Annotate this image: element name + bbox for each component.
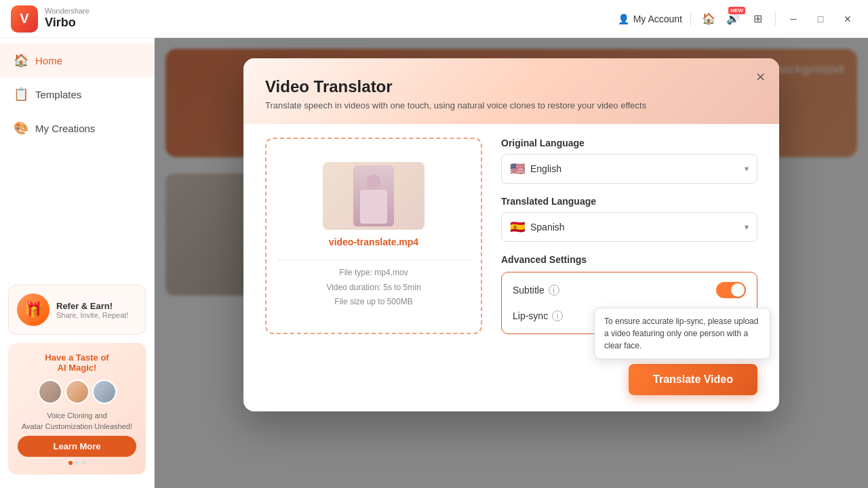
app-body: 🏠 Home 📋 Templates 🎨 My Creations 🎁 Refe… [0, 38, 868, 488]
dot-2 [75, 461, 79, 465]
home-icon-btn[interactable]: 🏠 [699, 9, 718, 28]
ai-magic-heading: Have a Taste of AI Magic! [45, 352, 108, 373]
grid-icon-btn[interactable]: ⊞ [748, 9, 767, 28]
sidebar: 🏠 Home 📋 Templates 🎨 My Creations 🎁 Refe… [0, 38, 155, 488]
refer-subtitle: Share, Invite, Repeat! [56, 311, 128, 319]
logo-icon: V [11, 5, 38, 33]
upload-divider [277, 260, 470, 260]
original-flag: 🇺🇸 [510, 161, 525, 176]
modal-subtitle: Translate speech in videos with one touc… [265, 100, 757, 110]
duration-info: Video duration: 5s to 5min [326, 281, 420, 296]
creations-sidebar-icon: 🎨 [14, 121, 28, 136]
subtitle-info-icon[interactable]: i [549, 285, 559, 296]
sidebar-templates-label: Templates [35, 89, 81, 100]
dots-indicator [68, 461, 86, 465]
divider2 [775, 12, 776, 26]
ai-avatar-2 [65, 380, 90, 404]
subtitle-text: Subtitle [513, 285, 545, 296]
advanced-settings-box: Subtitle i Lip-sync i [501, 272, 757, 334]
original-language-label: Original Language [501, 138, 757, 148]
translated-language-text: Spanish [530, 222, 565, 232]
templates-sidebar-icon: 📋 [14, 87, 28, 102]
sidebar-item-templates[interactable]: 📋 Templates [0, 77, 154, 111]
translated-language-value: 🇪🇸 Spanish [510, 220, 565, 235]
modal-header: Video Translator Translate speech in vid… [243, 58, 779, 124]
home-sidebar-icon: 🏠 [14, 53, 28, 68]
video-preview [323, 162, 425, 230]
modal-overlay: Video Translator Translate speech in vid… [155, 38, 868, 488]
subtitle-toggle[interactable] [716, 282, 746, 298]
translated-chevron-icon: ▾ [745, 222, 749, 232]
learn-more-button[interactable]: Learn More [18, 436, 136, 457]
original-language-text: English [530, 163, 561, 174]
upload-panel[interactable]: video-translate.mp4 File type: mp4,mov V… [265, 138, 482, 334]
dot-3 [82, 461, 86, 465]
refer-earn-card: 🎁 Refer & Earn! Share, Invite, Repeat! [8, 285, 146, 335]
original-language-value: 🇺🇸 English [510, 161, 561, 176]
sidebar-creations-label: My Creations [35, 123, 95, 134]
ai-magic-description: Voice Cloning andAvatar Customization Un… [22, 411, 132, 432]
lipsync-tooltip: To ensure accurate lip-sync, please uplo… [594, 308, 770, 359]
ai-magic-heading2: AI Magic! [58, 363, 97, 373]
divider [690, 12, 691, 26]
modal-close-button[interactable]: ✕ [751, 68, 770, 87]
logo-text: Wondershare Virbo [45, 7, 90, 30]
title-bar-right: 👤 My Account 🏠 🔊 NEW ⊞ ─ □ ✕ [618, 9, 857, 28]
modal-title: Video Translator [265, 77, 757, 96]
main-content: Transparent Background Video Translator … [155, 38, 868, 488]
logo-brand-name: Wondershare [45, 7, 90, 16]
new-feature-icon-btn[interactable]: 🔊 NEW [724, 9, 743, 28]
video-translator-modal: Video Translator Translate speech in vid… [243, 58, 779, 411]
sidebar-item-my-creations[interactable]: 🎨 My Creations [0, 111, 154, 145]
sidebar-home-label: Home [35, 55, 62, 66]
logo-area: V Wondershare Virbo [11, 5, 90, 33]
minimize-button[interactable]: ─ [784, 9, 803, 28]
logo-product-name: Virbo [45, 16, 90, 30]
lipsync-label: Lip-sync i [513, 310, 563, 321]
ai-avatar-1 [38, 380, 62, 404]
maximize-button[interactable]: □ [811, 9, 830, 28]
translated-flag: 🇪🇸 [510, 220, 525, 235]
dot-1 [68, 461, 73, 465]
new-badge: NEW [728, 7, 745, 14]
file-type-info: File type: mp4,mov [326, 266, 420, 281]
advanced-settings-label: Advanced Settings [501, 254, 757, 265]
original-chevron-icon: ▾ [745, 164, 749, 174]
toolbar-icons: 🏠 🔊 NEW ⊞ [699, 9, 767, 28]
translated-language-dropdown[interactable]: 🇪🇸 Spanish ▾ [501, 212, 757, 242]
upload-info: File type: mp4,mov Video duration: 5s to… [326, 266, 420, 310]
ai-magic-heading1: Have a Taste of [45, 352, 108, 363]
refer-icon: 🎁 [17, 293, 50, 326]
original-language-dropdown[interactable]: 🇺🇸 English ▾ [501, 154, 757, 184]
lipsync-row: Lip-sync i To ensure accurate lip-sync, … [513, 308, 746, 324]
subtitle-label: Subtitle i [513, 285, 559, 296]
sidebar-item-home[interactable]: 🏠 Home [0, 43, 154, 77]
refer-text: Refer & Earn! Share, Invite, Repeat! [56, 301, 128, 319]
my-account-button[interactable]: 👤 My Account [618, 14, 682, 24]
my-account-label: My Account [633, 14, 682, 24]
translate-button-row: Translate Video [243, 364, 779, 411]
translated-language-label: Translated Language [501, 196, 757, 207]
modal-body: video-translate.mp4 File type: mp4,mov V… [243, 124, 779, 350]
account-icon: 👤 [618, 14, 629, 24]
video-filename: video-translate.mp4 [329, 237, 418, 247]
ai-magic-avatars [38, 380, 117, 404]
lipsync-info-icon[interactable]: i [552, 310, 563, 321]
settings-panel: Original Language 🇺🇸 English ▾ Translate… [501, 138, 757, 334]
close-button[interactable]: ✕ [838, 9, 857, 28]
ai-magic-card: Have a Taste of AI Magic! Voice Cloning … [8, 343, 146, 474]
subtitle-row: Subtitle i [513, 282, 746, 298]
translate-video-button[interactable]: Translate Video [629, 364, 757, 395]
title-bar: V Wondershare Virbo 👤 My Account 🏠 🔊 NEW… [0, 0, 868, 38]
size-info: File size up to 500MB [326, 295, 420, 310]
refer-title: Refer & Earn! [56, 301, 128, 311]
lipsync-text: Lip-sync [513, 310, 548, 321]
ai-avatar-3 [92, 380, 117, 404]
